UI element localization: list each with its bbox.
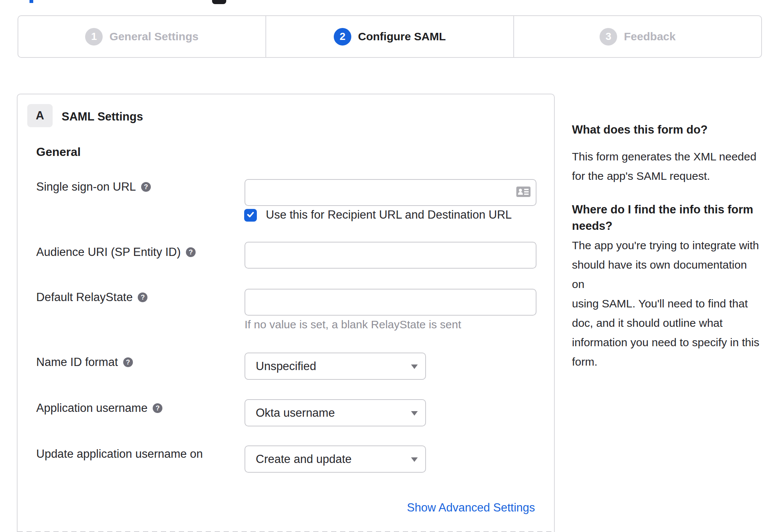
help-answer-2: The app you're trying to integrate with … <box>572 236 760 372</box>
update-username-value: Create and update <box>256 453 352 466</box>
name-id-format-label-text: Name ID format <box>36 356 118 369</box>
sso-url-label-text: Single sign-on URL <box>36 180 136 194</box>
show-advanced-settings-link[interactable]: Show Advanced Settings <box>407 501 535 514</box>
sso-url-help-icon[interactable]: ? <box>141 182 151 192</box>
application-username-label-text: Application username <box>36 401 147 415</box>
step-2-label: Configure SAML <box>358 30 446 43</box>
application-username-help-icon[interactable]: ? <box>153 403 162 413</box>
chevron-down-icon <box>411 411 418 416</box>
application-username-label: Application username ? <box>36 401 162 415</box>
relay-state-label: Default RelayState ? <box>36 291 147 304</box>
relay-state-help-icon[interactable]: ? <box>138 292 147 302</box>
step-feedback[interactable]: 3 Feedback <box>513 16 761 57</box>
relay-state-input[interactable] <box>245 289 536 316</box>
step-configure-saml[interactable]: 2 Configure SAML <box>265 16 513 57</box>
step-1-circle: 1 <box>85 28 103 46</box>
contact-card-icon[interactable] <box>516 187 530 198</box>
help-answer-1: This form generates the XML needed for t… <box>572 147 760 186</box>
audience-uri-input[interactable] <box>245 242 536 269</box>
help-question-2: Where do I find the info this form needs… <box>572 201 760 234</box>
app-logo-fragment <box>212 0 226 4</box>
step-3-label: Feedback <box>624 30 675 43</box>
recipient-url-checkbox[interactable] <box>244 209 257 222</box>
step-3-circle: 3 <box>600 28 617 46</box>
chevron-down-icon <box>411 364 418 369</box>
help-question-1: What does this form do? <box>572 122 760 138</box>
sso-url-input[interactable] <box>245 179 536 206</box>
name-id-format-label: Name ID format ? <box>36 356 133 369</box>
audience-uri-help-icon[interactable]: ? <box>186 247 196 257</box>
accent-fragment <box>29 0 33 3</box>
card-title: SAML Settings <box>62 110 143 123</box>
audience-uri-label-text: Audience URI (SP Entity ID) <box>36 245 181 259</box>
chevron-down-icon <box>411 457 418 462</box>
saml-settings-card: A SAML Settings General Single sign-on U… <box>17 94 555 532</box>
audience-uri-label: Audience URI (SP Entity ID) ? <box>36 245 196 259</box>
checkbox-check-icon <box>246 210 255 220</box>
update-username-label: Update application username on <box>36 447 203 461</box>
step-general-settings[interactable]: 1 General Settings <box>18 16 265 57</box>
wizard-stepper: 1 General Settings 2 Configure SAML 3 Fe… <box>18 15 762 58</box>
step-2-circle: 2 <box>334 28 351 46</box>
update-username-select[interactable]: Create and update <box>245 445 426 473</box>
relay-state-label-text: Default RelayState <box>36 291 133 304</box>
step-1-label: General Settings <box>109 30 198 43</box>
recipient-url-checkbox-label: Use this for Recipient URL and Destinati… <box>266 208 512 222</box>
name-id-format-help-icon[interactable]: ? <box>123 357 133 367</box>
name-id-format-select[interactable]: Unspecified <box>245 353 426 380</box>
application-username-value: Okta username <box>256 406 335 420</box>
update-username-label-text: Update application username on <box>36 447 203 461</box>
sso-url-label: Single sign-on URL ? <box>36 180 151 194</box>
section-a-badge: A <box>27 104 53 127</box>
help-sidebar: What does this form do? This form genera… <box>572 122 760 372</box>
application-username-select[interactable]: Okta username <box>245 399 426 426</box>
relay-state-hint: If no value is set, a blank RelayState i… <box>245 318 461 331</box>
name-id-format-value: Unspecified <box>256 360 316 373</box>
general-section-heading: General <box>36 145 81 159</box>
